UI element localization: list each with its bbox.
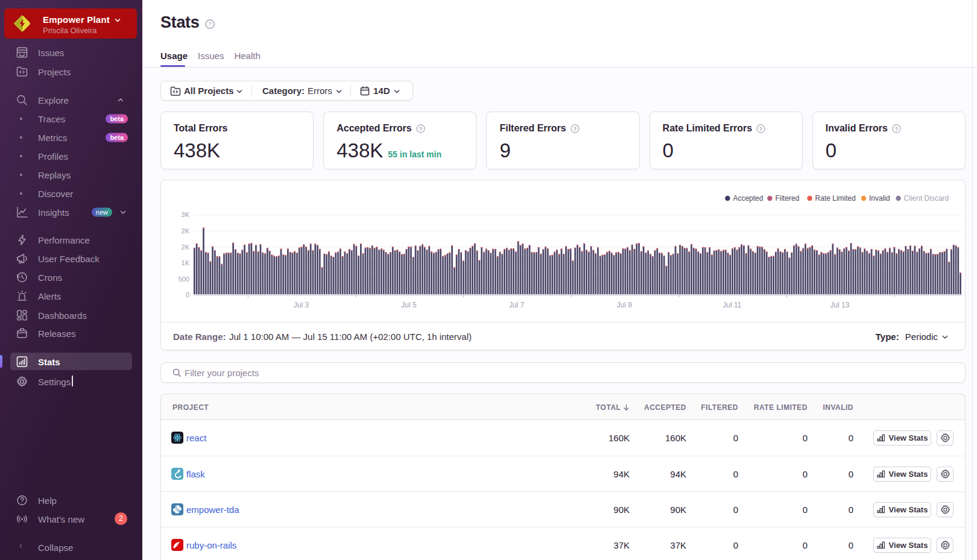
svg-text:Invalid: Invalid (869, 194, 890, 203)
svg-text:?: ? (895, 125, 898, 131)
svg-text:2K: 2K (182, 227, 190, 234)
svg-text:Jul 7: Jul 7 (509, 301, 525, 309)
svg-text:Accepted: Accepted (733, 194, 763, 203)
svg-text:?: ? (759, 125, 762, 131)
svg-text:Jul 13: Jul 13 (830, 301, 849, 309)
svg-text:Jul 5: Jul 5 (401, 301, 417, 309)
svg-text:500: 500 (179, 275, 189, 283)
svg-text:Client Discard: Client Discard (904, 194, 949, 203)
svg-text:Jul 3: Jul 3 (294, 301, 309, 309)
svg-text:3K: 3K (182, 211, 190, 218)
svg-text:?: ? (419, 125, 422, 131)
svg-text:Jul 11: Jul 11 (722, 301, 741, 309)
svg-text:1K: 1K (182, 259, 190, 266)
svg-text:Jul 9: Jul 9 (617, 301, 633, 309)
svg-text:2K: 2K (182, 244, 190, 251)
svg-text:Filtered: Filtered (775, 194, 799, 203)
svg-text:0: 0 (186, 291, 189, 298)
svg-text:?: ? (573, 125, 576, 131)
svg-text:Rate Limited: Rate Limited (815, 194, 856, 203)
svg-text:?: ? (208, 20, 211, 27)
